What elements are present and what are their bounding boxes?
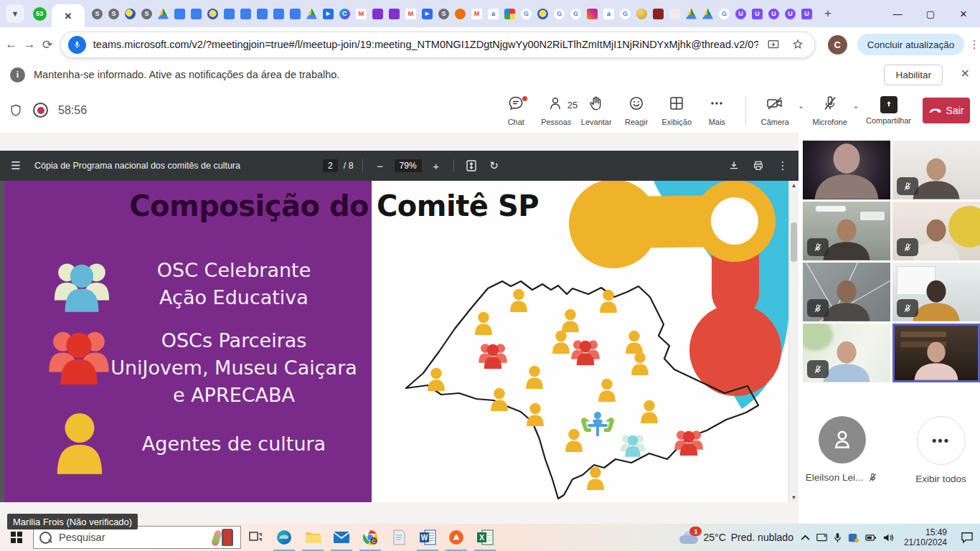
tab-favicon-globe[interactable]: S [141, 9, 152, 19]
scroll-thumb[interactable] [791, 222, 797, 262]
meeting-button-mais[interactable]: Mais [697, 95, 737, 126]
tab-favicon-canva[interactable]: C [339, 9, 350, 19]
tab-favicon-drive[interactable] [702, 9, 713, 19]
chevron-down-icon[interactable]: ⌄ [798, 102, 804, 110]
tab-favicon-ucirc[interactable]: U [768, 9, 779, 19]
tab-favicon-globe[interactable]: S [108, 9, 119, 19]
tray-power-icon[interactable] [865, 534, 877, 542]
share-button[interactable]: Compartilhar [864, 96, 913, 125]
site-mic-permission-icon[interactable] [68, 36, 86, 54]
notification-close-icon[interactable]: ✕ [961, 67, 970, 80]
tab-favicon-grid[interactable] [372, 9, 383, 19]
tab-favicon-ucirc[interactable]: U [735, 9, 746, 19]
tab-favicon-flag[interactable] [207, 9, 218, 19]
scroll-up-icon[interactable]: ▲ [789, 181, 798, 190]
tab-favicon-sheet[interactable] [191, 9, 202, 19]
maximize-button[interactable]: ▢ [914, 0, 947, 27]
bookmark-star-icon[interactable] [788, 35, 807, 54]
taskbar-app-word[interactable]: W [413, 524, 442, 551]
profile-avatar[interactable]: C [828, 35, 847, 55]
meeting-button-pessoas[interactable]: 25Pessoas [536, 95, 576, 126]
tab-favicon-g[interactable]: G [570, 9, 581, 19]
participant-avatar-item[interactable]: Eleilson Lei... [809, 416, 875, 484]
participant-video-tile[interactable] [892, 141, 980, 199]
tab-favicon-darkred[interactable] [653, 9, 664, 19]
tab-favicon-coin[interactable] [636, 9, 647, 19]
reload-icon[interactable]: ⟳ [41, 33, 55, 56]
active-tab[interactable]: ✕ [52, 4, 85, 27]
scroll-down-icon[interactable]: ▼ [789, 493, 798, 502]
tab-search-chevron-icon[interactable]: ▼ [6, 4, 24, 23]
taskbar-app-notepad[interactable] [385, 524, 413, 551]
pdf-scrollbar[interactable]: ▲ ▼ [788, 181, 798, 502]
fit-page-icon[interactable] [463, 157, 480, 174]
tab-favicon-orange[interactable] [455, 9, 466, 19]
tab-favicon-a[interactable]: a [603, 9, 614, 19]
tray-mic-icon[interactable] [834, 532, 842, 543]
leave-button[interactable]: Sair [923, 98, 970, 123]
minimize-button[interactable]: — [881, 0, 914, 27]
participant-video-tile[interactable] [803, 324, 890, 382]
meeting-button-reagir[interactable]: Reagir [616, 95, 656, 126]
tray-chevron-icon[interactable] [801, 534, 810, 541]
taskbar-app-excel[interactable]: X [471, 524, 499, 551]
participant-video-tile[interactable] [892, 263, 980, 321]
taskbar-app-avast[interactable] [442, 524, 471, 551]
tab-favicon-play[interactable]: ▶ [422, 9, 433, 19]
tab-favicon-mosaic[interactable] [504, 9, 515, 19]
tab-favicon-insta[interactable] [587, 9, 598, 19]
taskbar-app-task-view[interactable] [241, 524, 270, 551]
taskbar-weather[interactable]: 1 25°C Pred. nublado [679, 531, 793, 544]
new-tab-button[interactable]: + [819, 5, 837, 22]
tab-favicon-sheet[interactable] [290, 9, 301, 19]
action-center-icon[interactable] [954, 524, 980, 551]
print-icon[interactable] [750, 157, 767, 174]
taskbar-clock[interactable]: 15:49 21/10/2024 [904, 527, 947, 547]
tab-favicon-globe[interactable]: S [92, 9, 103, 19]
tab-favicon-drive[interactable] [306, 9, 317, 19]
show-all-icon[interactable]: ••• [917, 416, 966, 465]
tab-favicon-g[interactable]: G [719, 9, 730, 19]
tab-favicon-g[interactable]: G [554, 9, 565, 19]
close-button[interactable]: ✕ [947, 0, 980, 27]
download-icon[interactable] [725, 157, 743, 174]
taskbar-app-chrome[interactable]: C [356, 524, 385, 551]
tab-favicon-sheet[interactable] [174, 9, 185, 19]
rotate-icon[interactable]: ↻ [486, 157, 503, 174]
tab-favicon-globe[interactable]: S [438, 9, 449, 19]
pdf-more-icon[interactable]: ⋮ [774, 157, 791, 174]
meeting-button-chat[interactable]: Chat [496, 95, 536, 126]
pdf-zoom-level[interactable]: 79% [395, 159, 422, 172]
tab-favicon-g[interactable]: G [620, 9, 631, 19]
tab-favicon-sheet[interactable] [273, 9, 284, 19]
tab-favicon-grid[interactable] [389, 9, 400, 19]
tab-favicon-play[interactable]: ▶ [323, 9, 334, 19]
tray-volume-icon[interactable] [883, 533, 894, 542]
tab-favicon-drive[interactable] [158, 9, 169, 19]
chrome-update-button[interactable]: Concluir atualização [857, 34, 965, 55]
tab-favicon-gmail[interactable]: M [471, 9, 482, 19]
taskbar-app-mail[interactable] [327, 524, 356, 551]
tab-favicon-gmail[interactable]: M [405, 9, 416, 19]
participant-video-tile[interactable] [803, 263, 890, 321]
meeting-button-câmera[interactable]: Câmera [755, 95, 795, 126]
participant-video-tile[interactable] [803, 202, 890, 260]
tab-favicon-brazil[interactable] [125, 9, 136, 19]
tab-favicon-a[interactable]: a [488, 9, 499, 19]
tab-favicon-sheet[interactable] [257, 9, 268, 19]
zoom-in-icon[interactable]: + [428, 157, 445, 174]
participant-video-tile[interactable] [892, 324, 980, 382]
back-icon[interactable]: ← [4, 33, 18, 56]
tab-favicon-sheet[interactable] [240, 9, 251, 19]
meeting-button-exibição[interactable]: Exibição [656, 95, 697, 126]
tab-favicon-ghost[interactable] [669, 9, 680, 19]
tray-window-icon[interactable] [816, 533, 827, 542]
tab-favicon-ucirc[interactable]: U [785, 9, 796, 19]
meeting-button-levantar[interactable]: Levantar [576, 95, 616, 126]
tab-favicon-drive[interactable] [686, 9, 697, 19]
enable-notifications-button[interactable]: Habilitar [884, 65, 943, 85]
show-all-item[interactable]: ••• Exibir todos [908, 416, 974, 484]
browser-menu-icon[interactable]: ⋮ [969, 35, 980, 54]
tab-favicon-sheet[interactable] [224, 9, 235, 19]
tab-favicon-usq[interactable]: U [801, 9, 812, 19]
